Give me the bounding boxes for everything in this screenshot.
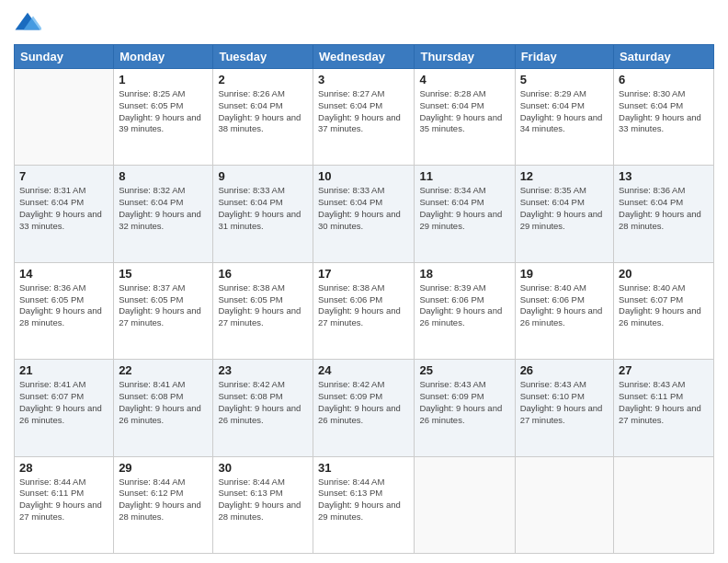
weekday-header-saturday: Saturday: [614, 45, 714, 69]
calendar-cell: 28Sunrise: 8:44 AMSunset: 6:11 PMDayligh…: [15, 456, 114, 553]
calendar-cell: 27Sunrise: 8:43 AMSunset: 6:11 PMDayligh…: [614, 360, 714, 456]
day-detail: Sunrise: 8:33 AMSunset: 6:04 PMDaylight:…: [318, 185, 409, 232]
day-number: 28: [19, 461, 108, 475]
day-number: 10: [318, 169, 409, 183]
calendar-cell: 18Sunrise: 8:39 AMSunset: 6:06 PMDayligh…: [415, 262, 515, 359]
day-detail: Sunrise: 8:44 AMSunset: 6:13 PMDaylight:…: [318, 477, 409, 523]
day-detail: Sunrise: 8:27 AMSunset: 6:04 PMDaylight:…: [318, 88, 409, 135]
day-detail: Sunrise: 8:38 AMSunset: 6:05 PMDaylight:…: [218, 282, 308, 329]
day-detail: Sunrise: 8:43 AMSunset: 6:09 PMDaylight:…: [419, 379, 509, 426]
day-number: 31: [318, 461, 409, 475]
weekday-header-wednesday: Wednesday: [313, 45, 415, 69]
weekday-header-monday: Monday: [114, 45, 213, 69]
calendar-cell: 3Sunrise: 8:27 AMSunset: 6:04 PMDaylight…: [313, 69, 415, 166]
day-detail: Sunrise: 8:39 AMSunset: 6:06 PMDaylight:…: [419, 282, 509, 329]
day-detail: Sunrise: 8:26 AMSunset: 6:04 PMDaylight:…: [218, 88, 308, 135]
day-number: 27: [619, 363, 709, 377]
day-number: 14: [19, 267, 108, 281]
day-detail: Sunrise: 8:35 AMSunset: 6:04 PMDaylight:…: [520, 185, 609, 232]
day-number: 8: [119, 169, 208, 183]
calendar-cell: 6Sunrise: 8:30 AMSunset: 6:04 PMDaylight…: [614, 69, 714, 166]
day-number: 6: [619, 73, 709, 86]
calendar-cell: [415, 456, 515, 553]
calendar-cell: 13Sunrise: 8:36 AMSunset: 6:04 PMDayligh…: [614, 166, 714, 262]
calendar-cell: 29Sunrise: 8:44 AMSunset: 6:12 PMDayligh…: [114, 456, 213, 553]
calendar-cell: 5Sunrise: 8:29 AMSunset: 6:04 PMDaylight…: [515, 69, 613, 166]
day-detail: Sunrise: 8:32 AMSunset: 6:04 PMDaylight:…: [119, 185, 208, 232]
weekday-header-sunday: Sunday: [15, 45, 114, 69]
calendar-cell: 14Sunrise: 8:36 AMSunset: 6:05 PMDayligh…: [15, 262, 114, 359]
day-detail: Sunrise: 8:28 AMSunset: 6:04 PMDaylight:…: [419, 88, 509, 135]
calendar-week-row: 1Sunrise: 8:25 AMSunset: 6:05 PMDaylight…: [15, 69, 714, 166]
day-number: 21: [19, 363, 108, 377]
day-detail: Sunrise: 8:34 AMSunset: 6:04 PMDaylight:…: [419, 185, 509, 232]
weekday-header-friday: Friday: [515, 45, 613, 69]
calendar-cell: 20Sunrise: 8:40 AMSunset: 6:07 PMDayligh…: [614, 262, 714, 359]
logo-icon: [14, 9, 41, 37]
day-number: 3: [318, 73, 409, 86]
day-detail: Sunrise: 8:37 AMSunset: 6:05 PMDaylight:…: [119, 282, 208, 329]
day-detail: Sunrise: 8:33 AMSunset: 6:04 PMDaylight:…: [218, 185, 308, 232]
day-detail: Sunrise: 8:43 AMSunset: 6:10 PMDaylight:…: [520, 379, 609, 426]
calendar-cell: [515, 456, 613, 553]
day-detail: Sunrise: 8:42 AMSunset: 6:09 PMDaylight:…: [318, 379, 409, 426]
day-number: 12: [520, 169, 609, 183]
calendar-cell: [614, 456, 714, 553]
calendar-cell: 4Sunrise: 8:28 AMSunset: 6:04 PMDaylight…: [415, 69, 515, 166]
day-number: 20: [619, 267, 709, 281]
day-detail: Sunrise: 8:29 AMSunset: 6:04 PMDaylight:…: [520, 88, 609, 135]
day-detail: Sunrise: 8:40 AMSunset: 6:07 PMDaylight:…: [619, 282, 709, 329]
day-detail: Sunrise: 8:36 AMSunset: 6:04 PMDaylight:…: [619, 185, 709, 232]
day-number: 19: [520, 267, 609, 281]
day-detail: Sunrise: 8:44 AMSunset: 6:11 PMDaylight:…: [19, 477, 108, 523]
calendar-cell: [15, 69, 114, 166]
weekday-header-tuesday: Tuesday: [213, 45, 313, 69]
day-number: 11: [419, 169, 509, 183]
calendar-week-row: 7Sunrise: 8:31 AMSunset: 6:04 PMDaylight…: [15, 166, 714, 262]
day-detail: Sunrise: 8:44 AMSunset: 6:12 PMDaylight:…: [119, 477, 208, 523]
calendar-table: SundayMondayTuesdayWednesdayThursdayFrid…: [14, 44, 714, 554]
calendar-cell: 11Sunrise: 8:34 AMSunset: 6:04 PMDayligh…: [415, 166, 515, 262]
day-number: 29: [119, 461, 208, 475]
day-detail: Sunrise: 8:42 AMSunset: 6:08 PMDaylight:…: [218, 379, 308, 426]
day-number: 13: [619, 169, 709, 183]
day-detail: Sunrise: 8:38 AMSunset: 6:06 PMDaylight:…: [318, 282, 409, 329]
calendar-cell: 16Sunrise: 8:38 AMSunset: 6:05 PMDayligh…: [213, 262, 313, 359]
day-number: 30: [218, 461, 308, 475]
calendar-cell: 15Sunrise: 8:37 AMSunset: 6:05 PMDayligh…: [114, 262, 213, 359]
day-number: 9: [218, 169, 308, 183]
calendar-cell: 12Sunrise: 8:35 AMSunset: 6:04 PMDayligh…: [515, 166, 613, 262]
day-number: 26: [520, 363, 609, 377]
day-number: 18: [419, 267, 509, 281]
day-detail: Sunrise: 8:30 AMSunset: 6:04 PMDaylight:…: [619, 88, 709, 135]
day-detail: Sunrise: 8:44 AMSunset: 6:13 PMDaylight:…: [218, 477, 308, 523]
day-detail: Sunrise: 8:43 AMSunset: 6:11 PMDaylight:…: [619, 379, 709, 426]
calendar-cell: 21Sunrise: 8:41 AMSunset: 6:07 PMDayligh…: [15, 360, 114, 456]
day-number: 2: [218, 73, 308, 86]
calendar-cell: 30Sunrise: 8:44 AMSunset: 6:13 PMDayligh…: [213, 456, 313, 553]
day-number: 7: [19, 169, 108, 183]
day-detail: Sunrise: 8:41 AMSunset: 6:08 PMDaylight:…: [119, 379, 208, 426]
day-detail: Sunrise: 8:36 AMSunset: 6:05 PMDaylight:…: [19, 282, 108, 329]
day-number: 4: [419, 73, 509, 86]
day-number: 17: [318, 267, 409, 281]
weekday-header-row: SundayMondayTuesdayWednesdayThursdayFrid…: [15, 45, 714, 69]
day-number: 5: [520, 73, 609, 86]
calendar-cell: 8Sunrise: 8:32 AMSunset: 6:04 PMDaylight…: [114, 166, 213, 262]
day-number: 24: [318, 363, 409, 377]
page-container: SundayMondayTuesdayWednesdayThursdayFrid…: [0, 0, 728, 563]
calendar-cell: 26Sunrise: 8:43 AMSunset: 6:10 PMDayligh…: [515, 360, 613, 456]
calendar-cell: 25Sunrise: 8:43 AMSunset: 6:09 PMDayligh…: [415, 360, 515, 456]
calendar-cell: 10Sunrise: 8:33 AMSunset: 6:04 PMDayligh…: [313, 166, 415, 262]
calendar-cell: 31Sunrise: 8:44 AMSunset: 6:13 PMDayligh…: [313, 456, 415, 553]
day-number: 22: [119, 363, 208, 377]
calendar-week-row: 28Sunrise: 8:44 AMSunset: 6:11 PMDayligh…: [15, 456, 714, 553]
calendar-cell: 17Sunrise: 8:38 AMSunset: 6:06 PMDayligh…: [313, 262, 415, 359]
calendar-cell: 22Sunrise: 8:41 AMSunset: 6:08 PMDayligh…: [114, 360, 213, 456]
day-number: 1: [119, 73, 208, 86]
calendar-cell: 23Sunrise: 8:42 AMSunset: 6:08 PMDayligh…: [213, 360, 313, 456]
calendar-cell: 1Sunrise: 8:25 AMSunset: 6:05 PMDaylight…: [114, 69, 213, 166]
calendar-cell: 19Sunrise: 8:40 AMSunset: 6:06 PMDayligh…: [515, 262, 613, 359]
day-number: 23: [218, 363, 308, 377]
logo: [14, 9, 43, 37]
